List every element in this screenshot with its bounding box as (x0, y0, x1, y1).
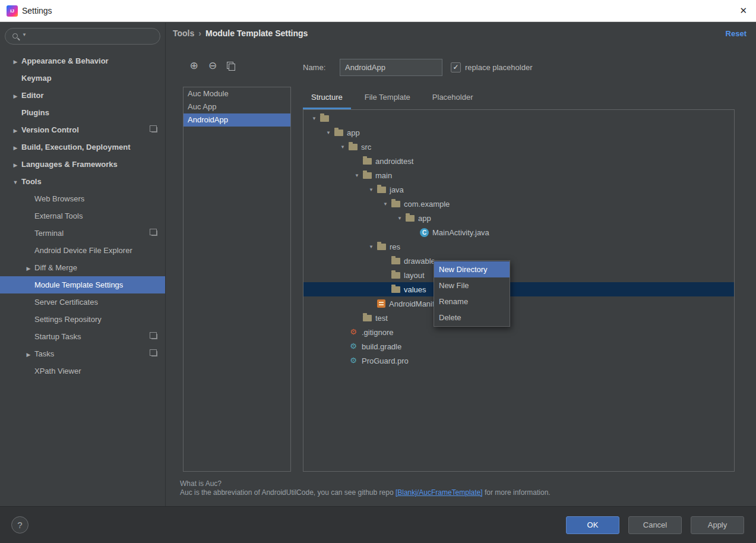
tree-row-app[interactable]: ▼app (303, 125, 734, 140)
tree-item-label: app (418, 214, 431, 223)
tree-item-label: androidtest (375, 157, 413, 166)
sidebar-item-build-execution-deployment[interactable]: ▶Build, Execution, Deployment (0, 138, 165, 156)
menu-item-new-file[interactable]: New File (434, 277, 510, 293)
indent-spacer (303, 247, 365, 247)
sidebar-item-languages-frameworks[interactable]: ▶Languages & Frameworks (0, 156, 165, 173)
sidebar-item-startup-tasks[interactable]: Startup Tasks (0, 328, 165, 345)
tree-row-drawable[interactable]: drawable (303, 254, 734, 268)
chevron-down-icon[interactable]: ▼ (365, 187, 377, 192)
sidebar-item-tools[interactable]: ▼Tools (0, 173, 165, 190)
sidebar-item-label: Module Template Settings (34, 280, 123, 289)
list-item-auc-module[interactable]: Auc Module (184, 87, 290, 100)
github-repo-link[interactable]: [Blankj/AucFrameTemplate] (396, 488, 483, 497)
list-item-androidapp[interactable]: AndroidApp (184, 113, 290, 127)
breadcrumb-tools[interactable]: Tools (173, 29, 194, 38)
close-icon[interactable]: ✕ (739, 0, 747, 21)
folder-icon (377, 187, 386, 193)
copy-icon[interactable] (227, 62, 235, 70)
sidebar-item-label: External Tools (34, 211, 83, 220)
sidebar-item-diff-merge[interactable]: ▶Diff & Merge (0, 259, 165, 276)
sidebar-item-android-device-file-explorer[interactable]: Android Device File Explorer (0, 242, 165, 259)
chevron-down-icon[interactable]: ▼ (379, 201, 391, 207)
sidebar-item-editor[interactable]: ▶Editor (0, 87, 165, 104)
sidebar-item-xpath-viewer[interactable]: XPath Viewer (0, 362, 165, 380)
name-input[interactable] (340, 59, 442, 76)
sidebar-item-web-browsers[interactable]: Web Browsers (0, 190, 165, 207)
name-label: Name: (303, 63, 325, 72)
tab-placeholder[interactable]: Placeholder (424, 87, 482, 108)
chevron-down-icon[interactable]: ▼ (308, 116, 320, 121)
list-item-auc-app[interactable]: Auc App (184, 100, 290, 113)
tree-row-res[interactable]: ▼res (303, 239, 734, 254)
tree-row-androidmanifest-xml[interactable]: AndroidManifest.xml (303, 296, 734, 311)
help-button[interactable]: ? (11, 516, 29, 533)
indent-spacer (303, 232, 408, 233)
tree-row-test[interactable]: test (303, 311, 734, 325)
tab-file-template[interactable]: File Template (356, 87, 419, 108)
tab-structure[interactable]: Structure (303, 87, 351, 109)
sidebar-item-version-control[interactable]: ▶Version Control (0, 121, 165, 138)
tree-row-layout[interactable]: layout (303, 268, 734, 282)
tabs: StructureFile TemplatePlaceholder (303, 87, 486, 109)
tree-row-src[interactable]: ▼src (303, 140, 734, 154)
titlebar: IJ Settings ✕ (0, 0, 756, 22)
search-input[interactable]: ▼ (5, 28, 160, 45)
sidebar-item-terminal[interactable]: Terminal (0, 225, 165, 242)
apply-button[interactable]: Apply (691, 516, 744, 534)
tree-row-gitignore[interactable]: ⚙.gitignore (303, 325, 734, 339)
sidebar-item-label: Settings Repository (34, 315, 102, 324)
chevron-down-icon[interactable]: ▼ (394, 216, 406, 221)
remove-icon[interactable]: ⊖ (207, 59, 219, 72)
sidebar-item-external-tools[interactable]: External Tools (0, 207, 165, 225)
folder-icon (406, 215, 415, 222)
cancel-button[interactable]: Cancel (628, 516, 682, 534)
chevron-down-icon[interactable]: ▼ (351, 173, 363, 178)
menu-item-new-directory[interactable]: New Directory (434, 261, 510, 277)
tree-item-label: drawable (404, 257, 435, 266)
replace-placeholder-checkbox[interactable]: ✓ (451, 62, 461, 72)
chevron-down-icon[interactable]: ▼ (322, 130, 334, 135)
chevron-right-icon[interactable]: ▶ (10, 157, 21, 174)
tree-item-label: res (390, 242, 400, 251)
tree-row-values[interactable]: values (303, 282, 734, 296)
sidebar-item-settings-repository[interactable]: Settings Repository (0, 311, 165, 328)
sidebar-item-module-template-settings[interactable]: Module Template Settings (0, 276, 165, 293)
folder-icon (391, 272, 400, 279)
menu-item-rename[interactable]: Rename (434, 293, 510, 310)
chevron-right-icon[interactable]: ▶ (10, 122, 21, 140)
indent-spacer (303, 261, 379, 261)
tree-row-app[interactable]: ▼app (303, 211, 734, 225)
menu-item-delete[interactable]: Delete (434, 310, 510, 326)
tree-row-mainactivity-java[interactable]: CMainActivity.java (303, 225, 734, 239)
chevron-right-icon[interactable]: ▶ (10, 53, 21, 71)
chevron-right-icon[interactable]: ▶ (23, 346, 34, 364)
sidebar-item-server-certificates[interactable]: Server Certificates (0, 293, 165, 311)
sidebar-item-keymap[interactable]: Keymap (0, 70, 165, 87)
tree-row-androidtest[interactable]: androidtest (303, 154, 734, 168)
chevron-right-icon[interactable]: ▶ (10, 88, 21, 105)
chevron-down-icon[interactable]: ▼ (337, 144, 349, 150)
tree-row-java[interactable]: ▼java (303, 182, 734, 197)
sidebar-item-appearance-behavior[interactable]: ▶Appearance & Behavior (0, 52, 165, 70)
ok-button[interactable]: OK (566, 516, 619, 534)
tree-row-build-gradle[interactable]: ⚙build.gradle (303, 339, 734, 353)
sidebar-item-plugins[interactable]: Plugins (0, 104, 165, 121)
sidebar-item-label: Android Device File Explorer (34, 246, 132, 255)
tree-row-main[interactable]: ▼main (303, 168, 734, 182)
footer-note: What is Auc? Auc is the abbreviation of … (180, 479, 551, 497)
add-icon[interactable]: ⊕ (188, 59, 200, 72)
tree-item-label: app (347, 128, 360, 137)
chevron-down-icon[interactable]: ▼ (10, 174, 21, 191)
chevron-down-icon[interactable]: ▼ (365, 244, 377, 250)
sidebar-item-tasks[interactable]: ▶Tasks (0, 345, 165, 362)
chevron-right-icon[interactable]: ▶ (10, 140, 21, 157)
reset-link[interactable]: Reset (726, 29, 746, 38)
intellij-logo-icon: IJ (7, 5, 18, 17)
tree-row-com-example[interactable]: ▼com.example (303, 197, 734, 211)
window-title: Settings (22, 0, 52, 22)
tree-row-root[interactable]: ▼ (303, 111, 734, 125)
tree-row-proguard-pro[interactable]: ⚙ProGuard.pro (303, 353, 734, 368)
shared-settings-icon (151, 334, 157, 339)
indent-spacer (303, 275, 379, 276)
chevron-right-icon[interactable]: ▶ (23, 260, 34, 277)
